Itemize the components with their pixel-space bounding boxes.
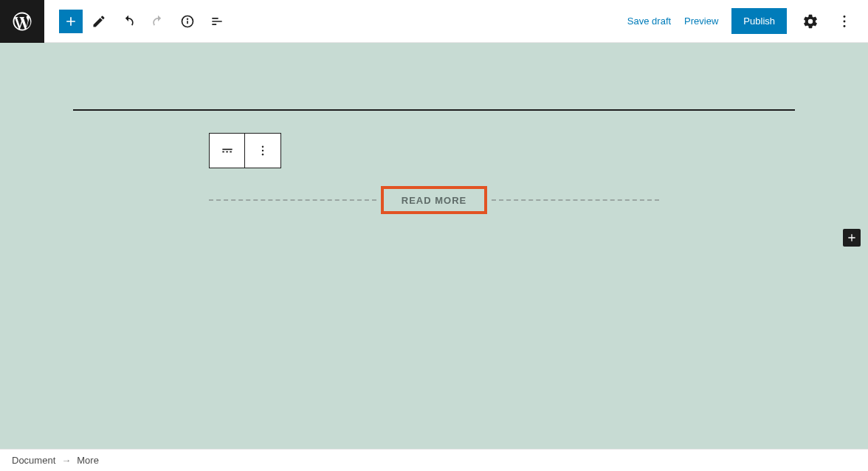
gear-icon: [802, 13, 819, 30]
toolbar-left: [44, 8, 230, 35]
pencil-icon: [92, 14, 106, 29]
list-outline-icon: [210, 14, 224, 29]
wordpress-logo[interactable]: [0, 0, 44, 43]
info-icon: [180, 14, 195, 29]
read-more-highlight: READ MORE: [381, 186, 487, 214]
info-button[interactable]: [174, 8, 201, 35]
floating-add-button[interactable]: [843, 229, 861, 247]
svg-point-4: [844, 20, 846, 22]
vertical-dots-icon: [836, 13, 852, 30]
redo-button[interactable]: [145, 8, 171, 35]
undo-icon: [121, 14, 136, 29]
publish-button[interactable]: Publish: [731, 8, 787, 34]
wordpress-icon: [11, 10, 33, 32]
more-block-icon: [220, 143, 235, 158]
svg-point-8: [262, 146, 264, 148]
add-block-button[interactable]: [59, 10, 83, 33]
plus-icon: [846, 232, 858, 244]
breadcrumb-footer: Document → More: [0, 449, 868, 471]
svg-point-10: [262, 154, 264, 155]
svg-point-9: [262, 150, 264, 151]
svg-point-2: [187, 18, 188, 19]
preview-button[interactable]: Preview: [684, 16, 718, 27]
save-draft-button[interactable]: Save draft: [627, 16, 671, 27]
settings-button[interactable]: [800, 11, 821, 32]
block-type-button[interactable]: [210, 134, 245, 168]
read-more-block[interactable]: READ MORE: [209, 187, 659, 213]
outline-button[interactable]: [204, 8, 230, 35]
toolbar-right: Save draft Preview Publish: [627, 8, 868, 34]
undo-button[interactable]: [115, 8, 142, 35]
plus-icon: [63, 14, 78, 29]
dashed-line-left: [209, 199, 376, 201]
more-options-button[interactable]: [834, 11, 855, 32]
title-underline: [73, 109, 795, 111]
dashed-line-right: [492, 199, 659, 201]
content-area: READ MORE: [73, 109, 795, 213]
read-more-label[interactable]: READ MORE: [402, 195, 466, 206]
editor-canvas[interactable]: READ MORE: [0, 43, 868, 449]
svg-point-3: [844, 16, 846, 18]
block-toolbar: [209, 133, 281, 168]
breadcrumb-root[interactable]: Document: [12, 455, 55, 466]
block-more-button[interactable]: [245, 134, 280, 168]
top-toolbar: Save draft Preview Publish: [0, 0, 868, 43]
vertical-dots-icon: [256, 144, 269, 157]
breadcrumb-separator: →: [61, 455, 71, 466]
breadcrumb-current[interactable]: More: [77, 455, 99, 466]
svg-point-5: [844, 24, 846, 27]
redo-icon: [151, 14, 165, 29]
edit-tool-button[interactable]: [86, 8, 112, 35]
